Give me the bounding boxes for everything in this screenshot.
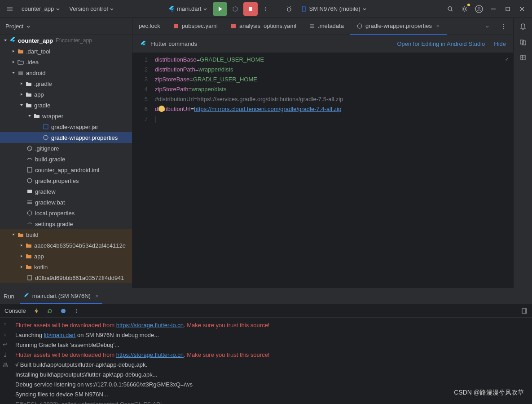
devtools-icon[interactable]	[60, 308, 66, 314]
tree-item[interactable]: d0fba9d69bbb661a03572ff4dd941	[0, 272, 132, 283]
svg-rect-16	[27, 168, 32, 172]
project-sidebar: Project counter_appF:\counter_app .dart_…	[0, 18, 132, 288]
project-tree[interactable]: counter_appF:\counter_app .dart_tool .id…	[0, 35, 132, 288]
tab[interactable]: .metadata	[303, 18, 350, 35]
close-tab-icon[interactable]: ×	[435, 23, 441, 29]
stop-button[interactable]	[243, 2, 258, 16]
lightning-icon[interactable]	[33, 308, 40, 314]
phone-icon	[301, 6, 307, 12]
project-tool-header[interactable]: Project	[0, 18, 132, 35]
tree-item[interactable]: app	[0, 89, 132, 100]
hide-link[interactable]: Hide	[494, 40, 506, 47]
tab-active[interactable]: gradle-wrapper.properties×	[350, 18, 447, 35]
tree-item[interactable]: .dart_tool	[0, 46, 132, 57]
maximize-icon[interactable]	[501, 3, 514, 15]
tree-item[interactable]: counter_app_android.iml	[0, 164, 132, 175]
svg-rect-18	[27, 190, 32, 193]
run-config-dropdown[interactable]: main.dart	[164, 4, 211, 14]
wrap-icon[interactable]: ↵	[3, 341, 8, 348]
svg-rect-29	[521, 55, 525, 60]
run-tab[interactable]: main.dart (SM N976N) ×	[20, 289, 102, 304]
up-icon[interactable]: ↑	[4, 320, 7, 327]
open-android-studio-link[interactable]: Open for Editing in Android Studio	[397, 40, 485, 47]
properties-icon	[43, 134, 49, 141]
chevron-down-icon	[110, 7, 114, 11]
tree-root[interactable]: counter_appF:\counter_app	[0, 35, 132, 46]
tree-item[interactable]: .gradle	[0, 78, 132, 89]
minimize-icon[interactable]	[487, 3, 500, 15]
reload-icon[interactable]	[47, 308, 53, 314]
lightbulb-icon[interactable]	[158, 106, 165, 112]
run-panel: Run main.dart (SM N976N) × Console ↑ ↓ ↵…	[0, 288, 532, 404]
close-icon[interactable]	[516, 3, 528, 15]
svg-point-14	[44, 135, 48, 140]
tree-item[interactable]: build.gradle	[0, 154, 132, 164]
svg-point-8	[464, 8, 466, 10]
svg-rect-13	[44, 124, 48, 129]
tree-item[interactable]: kotlin	[0, 262, 132, 272]
svg-rect-12	[18, 71, 23, 75]
tree-item[interactable]: gradle	[0, 100, 132, 111]
svg-point-24	[503, 24, 504, 25]
chevron-down-icon	[362, 7, 367, 11]
tab[interactable]: pec.lock	[132, 18, 167, 35]
yaml-icon	[173, 23, 179, 29]
tree-item[interactable]: aace8c4b635504b534d2af4c4112e	[0, 240, 132, 251]
gradle-icon	[26, 156, 33, 162]
tree-item[interactable]: build	[0, 229, 132, 240]
debug-tool-icon[interactable]	[283, 3, 295, 15]
tree-item[interactable]: gradle.properties	[0, 175, 132, 186]
android-folder-icon	[18, 70, 24, 76]
layout-icon[interactable]	[521, 308, 528, 314]
bookmarks-icon[interactable]	[519, 39, 527, 46]
svg-point-7	[448, 7, 452, 10]
device-dropdown[interactable]: SM N976N (mobile)	[297, 4, 370, 14]
tree-item[interactable]: app	[0, 251, 132, 262]
tree-item-selected[interactable]: gradle-wrapper.properties	[0, 132, 132, 143]
tree-item[interactable]: gradlew	[0, 186, 132, 197]
svg-rect-27	[520, 40, 523, 44]
svg-point-17	[27, 178, 32, 183]
gitignore-icon	[26, 145, 33, 151]
notifications-icon[interactable]	[519, 22, 527, 31]
close-tab-icon[interactable]: ×	[95, 293, 99, 299]
tree-item[interactable]: android	[0, 67, 132, 78]
flutter-icon	[23, 293, 30, 299]
svg-point-0	[233, 7, 237, 11]
project-dropdown[interactable]: counter_app	[18, 4, 64, 14]
svg-point-4	[265, 10, 266, 11]
more-icon[interactable]	[497, 20, 510, 33]
down-icon[interactable]: ↓	[4, 331, 7, 337]
tab[interactable]: analysis_options.yaml	[224, 18, 303, 35]
tree-item[interactable]: settings.gradle	[0, 218, 132, 229]
avatar-icon[interactable]	[473, 3, 485, 15]
properties-icon	[26, 210, 33, 216]
code-editor[interactable]: 1234567 distributionBase=GRADLE_USER_HOM…	[132, 53, 513, 288]
tree-item[interactable]: wrapper	[0, 111, 132, 121]
settings-icon[interactable]	[458, 3, 471, 15]
flutter-icon	[140, 40, 147, 48]
svg-point-5	[287, 8, 291, 11]
more-icon[interactable]	[259, 3, 272, 15]
tree-item[interactable]: .idea	[0, 57, 132, 67]
vcs-dropdown[interactable]: Version control	[66, 4, 118, 14]
tree-item[interactable]: local.properties	[0, 208, 132, 218]
tree-item[interactable]: gradlew.bat	[0, 197, 132, 208]
scroll-icon[interactable]: ⤓	[3, 351, 8, 358]
search-icon[interactable]	[444, 3, 457, 15]
flutter-icon	[168, 5, 175, 13]
database-icon[interactable]	[519, 54, 527, 61]
tree-item[interactable]: .gitignore	[0, 143, 132, 154]
tree-item[interactable]: gradle-wrapper.jar	[0, 121, 132, 132]
svg-point-23	[357, 24, 362, 28]
print-icon[interactable]: 🖶	[2, 362, 8, 368]
svg-point-25	[503, 26, 504, 27]
properties-icon	[26, 178, 33, 184]
console-output[interactable]: Flutter assets will be downloaded from h…	[10, 318, 532, 404]
run-button[interactable]	[213, 2, 227, 16]
chevron-down-icon[interactable]	[481, 20, 493, 33]
debug-icon[interactable]	[229, 3, 242, 15]
tab[interactable]: pubspec.yaml	[167, 18, 224, 35]
more-icon[interactable]	[74, 308, 80, 314]
main-menu-icon[interactable]	[4, 3, 16, 15]
